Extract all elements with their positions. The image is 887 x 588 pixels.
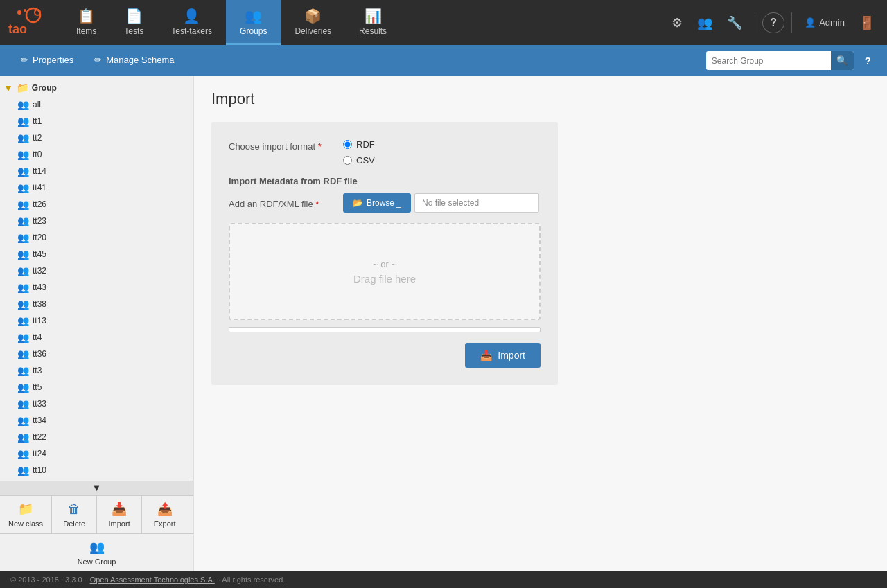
sidebar-item-tt14[interactable]: 👥tt14 <box>0 163 193 179</box>
sidebar-item-tt32[interactable]: 👥tt32 <box>0 262 193 279</box>
footer-copyright: © 2013 - 2018 · 3.3.0 · <box>10 576 87 584</box>
sidebar-item-tt0[interactable]: 👥tt0 <box>0 146 193 163</box>
nav-item-tests[interactable]: 📄 Tests <box>110 0 157 45</box>
nav-item-deliveries[interactable]: 📦 Deliveries <box>281 0 345 45</box>
sidebar-item-label: tt22 <box>33 432 46 442</box>
test-takers-icon: 👤 <box>183 8 200 24</box>
tools-icon[interactable]: 🔧 <box>721 12 748 34</box>
users-item-icon: 👥 <box>17 448 29 459</box>
nav-item-test-takers[interactable]: 👤 Test-takers <box>157 0 226 45</box>
sidebar-item-tt24[interactable]: 👥tt24 <box>0 445 193 462</box>
new-group-button[interactable]: 👥 New Group <box>0 534 193 571</box>
user-menu[interactable]: 👤 Admin <box>799 17 850 28</box>
sidebar-item-tt38[interactable]: 👥tt38 <box>0 296 193 312</box>
svg-point-3 <box>17 10 21 15</box>
nav-divider2 <box>791 12 792 33</box>
nav-item-items[interactable]: 📋 Items <box>62 0 110 45</box>
users-icon[interactable]: 👥 <box>692 12 718 34</box>
drop-zone[interactable]: ~ or ~ Drag file here <box>229 223 541 320</box>
users-item-icon: 👥 <box>17 232 29 243</box>
sidebar-item-tt36[interactable]: 👥tt36 <box>0 346 193 362</box>
sidebar-item-label: tt5 <box>33 382 42 392</box>
import-btn-icon: 📥 <box>480 350 492 361</box>
sidebar-item-tt22[interactable]: 👥tt22 <box>0 429 193 445</box>
users-item-icon: 👥 <box>17 265 29 276</box>
sidebar-item-tt4[interactable]: 👥tt4 <box>0 329 193 346</box>
toolbar-row2: 👥 New Group <box>0 533 193 571</box>
sidebar-item-tt34[interactable]: 👥tt34 <box>0 412 193 429</box>
tab-properties[interactable]: ✏ Properties <box>10 45 84 76</box>
main-content: ▼ 📁 Group 👥all👥tt1👥tt2👥tt0👥tt14👥tt41👥tt2… <box>0 76 887 571</box>
bottom-toolbar: 📁 New class 🗑 Delete 📥 Import 📤 Export <box>0 495 193 571</box>
format-row: Choose import format * RDF CSV <box>229 139 541 166</box>
help-icon[interactable]: ? <box>762 12 784 33</box>
sidebar-scroll-down[interactable]: ▼ <box>0 481 193 495</box>
nav-item-groups[interactable]: 👥 Groups <box>226 0 281 45</box>
users-item-icon: 👥 <box>17 365 29 376</box>
nav-label-tests: Tests <box>124 26 143 36</box>
sidebar-item-label: tt3 <box>33 366 42 375</box>
format-csv-option[interactable]: CSV <box>343 155 375 166</box>
footer-company-link[interactable]: Open Assessment Technologies S.A. <box>90 576 215 584</box>
logout-icon[interactable]: 🚪 <box>854 12 880 34</box>
users-item-icon: 👥 <box>17 182 29 193</box>
file-input-controls: 📂 Browse _ No file selected <box>343 193 539 213</box>
sidebar-item-label: tt23 <box>33 216 46 226</box>
nav-label-items: Items <box>76 26 96 36</box>
page-content: Import Choose import format * RDF CSV <box>194 76 887 571</box>
import-button[interactable]: 📥 Import <box>97 496 142 533</box>
tab-manage-schema-label: Manage Schema <box>106 55 174 65</box>
sidebar-item-tt43[interactable]: 👥tt43 <box>0 279 193 296</box>
svg-point-4 <box>24 9 26 12</box>
delete-button[interactable]: 🗑 Delete <box>52 496 97 533</box>
sidebar-item-label: tt41 <box>33 183 46 193</box>
sidebar-root-group[interactable]: ▼ 📁 Group <box>0 80 193 96</box>
export-button[interactable]: 📤 Export <box>142 496 187 533</box>
properties-edit-icon: ✏ <box>21 55 28 65</box>
sidebar-item-tt13[interactable]: 👥tt13 <box>0 312 193 329</box>
format-rdf-option[interactable]: RDF <box>343 139 375 150</box>
format-rdf-radio[interactable] <box>343 140 352 149</box>
svg-text:tao: tao <box>8 22 27 36</box>
deliveries-icon: 📦 <box>304 8 322 24</box>
browse-button[interactable]: 📂 Browse _ <box>343 193 411 213</box>
format-csv-radio[interactable] <box>343 156 352 165</box>
import-submit-button[interactable]: 📥 Import <box>465 343 541 368</box>
search-group-input[interactable] <box>706 53 831 69</box>
settings-icon[interactable]: ⚙ <box>666 12 688 34</box>
sidebar-item-all[interactable]: 👥all <box>0 96 193 113</box>
sidebar-item-label: tt1 <box>33 116 42 126</box>
sidebar-item-tt2[interactable]: 👥tt2 <box>0 130 193 146</box>
sidebar-item-tt26[interactable]: 👥tt26 <box>0 196 193 213</box>
new-class-button[interactable]: 📁 New class <box>0 496 52 533</box>
sidebar-item-tt20[interactable]: 👥tt20 <box>0 229 193 246</box>
sidebar-item-label: tt38 <box>33 299 46 309</box>
sidebar-item-tt23[interactable]: 👥tt23 <box>0 213 193 229</box>
users-item-icon: 👥 <box>17 315 29 326</box>
tab-manage-schema[interactable]: ✏ Manage Schema <box>84 45 184 76</box>
user-icon: 👤 <box>805 17 816 28</box>
sub-nav-help-icon[interactable]: ? <box>859 55 877 66</box>
users-item-icon: 👥 <box>17 116 29 127</box>
sidebar-root-label: Group <box>32 83 57 93</box>
browse-label: Browse _ <box>367 198 401 208</box>
sidebar-item-tt10[interactable]: 👥tt10 <box>0 462 193 479</box>
search-group-button[interactable]: 🔍 <box>831 51 854 70</box>
import-btn-label: Import <box>498 350 525 361</box>
sidebar-item-tt3[interactable]: 👥tt3 <box>0 362 193 379</box>
users-item-icon: 👥 <box>17 332 29 343</box>
sidebar: ▼ 📁 Group 👥all👥tt1👥tt2👥tt0👥tt14👥tt41👥tt2… <box>0 76 194 571</box>
app-logo[interactable]: tao <box>7 7 55 38</box>
users-item-icon: 👥 <box>17 465 29 476</box>
sidebar-item-tt41[interactable]: 👥tt41 <box>0 179 193 196</box>
nav-item-results[interactable]: 📊 Results <box>345 0 401 45</box>
sidebar-item-tt33[interactable]: 👥tt33 <box>0 395 193 412</box>
import-label: Import <box>109 519 130 528</box>
nav-label-groups: Groups <box>240 26 267 36</box>
sidebar-item-tt45[interactable]: 👥tt45 <box>0 246 193 262</box>
browse-folder-icon: 📂 <box>353 198 363 208</box>
sidebar-item-tt5[interactable]: 👥tt5 <box>0 379 193 395</box>
sidebar-item-tt1[interactable]: 👥tt1 <box>0 113 193 130</box>
users-item-icon: 👥 <box>17 249 29 260</box>
sidebar-item-label: tt32 <box>33 266 46 276</box>
